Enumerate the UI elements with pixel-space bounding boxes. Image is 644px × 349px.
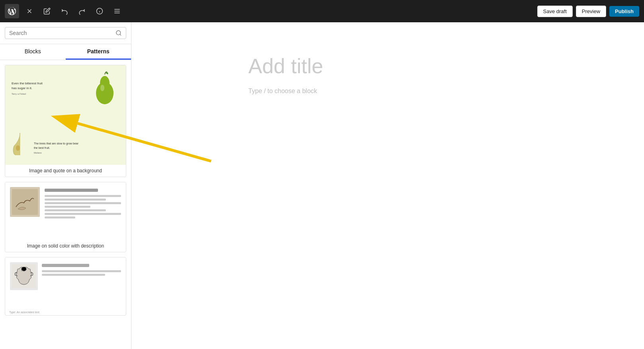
search-container: [0, 22, 131, 44]
pattern-card-third[interactable]: Type: An associated text: [5, 257, 126, 316]
text-line-6: [45, 213, 121, 215]
third-title-line: [42, 264, 89, 267]
third-text-lines: [42, 262, 121, 276]
tab-blocks[interactable]: Blocks: [0, 44, 66, 60]
undo-button[interactable]: [57, 4, 72, 18]
edit-button[interactable]: [40, 4, 54, 18]
text-line-7: [45, 216, 75, 218]
solid-pattern-label: Image on solid color with description: [5, 240, 126, 252]
third-text-line-1: [42, 270, 121, 272]
wp-logo-button[interactable]: [5, 4, 19, 18]
save-draft-button[interactable]: Save draft: [537, 6, 573, 17]
sidebar-scroll[interactable]: Even the bitterest fruit has sugar in it…: [0, 60, 131, 349]
solid-image-placeholder: [10, 187, 40, 217]
editor-body-placeholder[interactable]: Type / to choose a block: [249, 88, 527, 95]
sidebar: Blocks Patterns Even the bitterest fruit…: [0, 22, 131, 349]
info-button[interactable]: [92, 4, 107, 18]
pear-body-text: The trees that are slow to grow bear the…: [34, 142, 78, 149]
svg-point-12: [100, 85, 104, 91]
svg-rect-15: [12, 189, 38, 215]
pear-pattern-label: Image and quote on a background: [5, 165, 126, 177]
pear-body-author: Moliere: [34, 151, 80, 155]
third-image-placeholder: [10, 262, 38, 290]
solid-text-lines: [45, 187, 121, 218]
search-box: [5, 27, 126, 39]
text-line-5: [45, 209, 106, 211]
publish-button[interactable]: Publish: [609, 6, 639, 17]
pattern-card-pear[interactable]: Even the bitterest fruit has sugar in it…: [5, 65, 126, 177]
editor-content: Add title Type / to choose a block: [249, 54, 527, 95]
solid-title-line: [45, 189, 98, 192]
editor-title[interactable]: Add title: [249, 54, 527, 78]
svg-point-8: [116, 31, 121, 35]
solid-preview: [5, 182, 126, 240]
pear-preview: Even the bitterest fruit has sugar in it…: [5, 65, 126, 165]
toolbar-actions: Save draft Preview Publish: [537, 6, 639, 17]
main-layout: Blocks Patterns Even the bitterest fruit…: [0, 22, 644, 349]
pear-full-icon: [92, 71, 118, 105]
search-icon-button[interactable]: [115, 30, 122, 36]
text-line-2: [45, 199, 106, 201]
tabs: Blocks Patterns: [0, 44, 131, 60]
preview-button[interactable]: Preview: [576, 6, 606, 17]
pattern-card-solid[interactable]: Image on solid color with description: [5, 182, 126, 252]
third-text-line-2: [42, 274, 105, 276]
svg-line-9: [120, 34, 121, 35]
text-line-3: [45, 202, 121, 204]
pear-quote-text: Even the bitterest fruit has sugar in it…: [12, 82, 43, 90]
redo-button[interactable]: [75, 4, 89, 18]
toolbar: Save draft Preview Publish: [0, 0, 644, 22]
tab-patterns[interactable]: Patterns: [66, 44, 131, 60]
search-input[interactable]: [9, 30, 113, 36]
text-line-4: [45, 206, 90, 208]
pear-author: Terry a Finkel: [12, 92, 47, 96]
text-line-1: [45, 195, 121, 197]
list-view-button[interactable]: [110, 4, 124, 18]
editor-area[interactable]: Add title Type / to choose a block: [131, 22, 644, 349]
third-preview: [5, 257, 126, 309]
pear-half-icon: [10, 132, 30, 155]
close-button[interactable]: [22, 4, 37, 18]
svg-point-13: [16, 145, 20, 151]
third-pattern-label: Type: An associated text: [5, 309, 126, 315]
